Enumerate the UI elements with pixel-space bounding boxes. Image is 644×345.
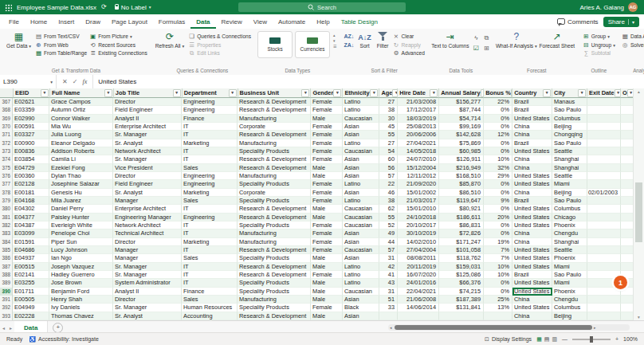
cell[interactable]: Research & Development — [238, 164, 311, 172]
cell[interactable]: 22 — [379, 180, 398, 188]
cell[interactable]: 7% — [484, 254, 512, 262]
cell[interactable]: Mila Juarez — [49, 197, 113, 205]
cell[interactable]: 25/08/2013 — [398, 123, 439, 131]
cell[interactable] — [587, 180, 621, 188]
cell[interactable]: China — [512, 155, 552, 163]
cell[interactable]: Latino — [343, 197, 379, 205]
cell[interactable]: Engineering — [182, 106, 238, 114]
cell[interactable]: Brazil — [512, 139, 552, 147]
cell[interactable]: E00181 — [13, 189, 49, 197]
cell[interactable]: 31 — [379, 288, 398, 296]
sort-descending-button[interactable]: ZA↓ — [344, 42, 355, 48]
data-validation-icon[interactable]: ☑ — [472, 45, 481, 52]
cell[interactable]: Female — [311, 222, 343, 229]
cell[interactable]: $101,058 — [439, 246, 484, 254]
cell[interactable]: E02141 — [13, 271, 49, 279]
cell[interactable]: 27/04/2004 — [398, 246, 439, 254]
cell[interactable]: 54 — [379, 147, 398, 155]
cell[interactable]: 21/03/2017 — [398, 197, 439, 205]
sheet-nav-next-icon[interactable]: ▸ — [7, 325, 14, 331]
cell[interactable]: $86,831 — [439, 222, 484, 229]
cell[interactable]: Marketing — [182, 139, 238, 147]
cell[interactable]: $168,510 — [439, 172, 484, 180]
cell[interactable]: Sr. Analyst — [113, 139, 182, 147]
cell[interactable]: Shanghai — [552, 155, 587, 163]
cell[interactable] — [621, 205, 634, 213]
cell[interactable]: E04168 — [13, 197, 49, 205]
properties-button[interactable]: ☰Properties — [188, 42, 251, 49]
cell[interactable]: Finance — [182, 115, 238, 123]
row-number[interactable]: 386 — [0, 254, 13, 262]
cell[interactable]: Female — [311, 271, 343, 279]
row-number[interactable]: 377 — [0, 180, 13, 188]
vertical-scrollbar-thumb[interactable] — [635, 182, 642, 242]
cell[interactable]: Grace Campos — [49, 98, 113, 106]
cell[interactable]: $142,628 — [439, 131, 484, 139]
row-number[interactable]: 368 — [0, 106, 13, 114]
app-launcher-icon[interactable] — [5, 4, 12, 11]
cell[interactable]: Female — [311, 139, 343, 147]
filter-dropdown-icon[interactable]: ▾ — [578, 89, 586, 97]
cell[interactable] — [587, 222, 621, 229]
cell[interactable]: $125,086 — [439, 271, 484, 279]
cell[interactable]: Corporate — [238, 189, 311, 197]
cell[interactable]: E03099 — [13, 229, 49, 237]
cell[interactable]: Manager — [113, 254, 182, 262]
accessibility-button[interactable]: ♿ Accessibility: Investigate — [29, 336, 99, 343]
cell[interactable]: 33 — [379, 304, 398, 312]
document-title[interactable]: Employee Sample Data.xlsx — [17, 4, 96, 11]
cell[interactable]: China — [512, 131, 552, 139]
tab-view[interactable]: View — [248, 14, 273, 29]
cell[interactable]: Beijing — [552, 123, 587, 131]
filter-dropdown-icon[interactable]: ▾ — [543, 89, 551, 97]
horizontal-scrollbar[interactable]: ◂ ▸ — [388, 324, 630, 331]
cell[interactable]: $126,911 — [439, 155, 484, 163]
cell[interactable] — [621, 147, 634, 155]
cell[interactable]: Female — [311, 123, 343, 131]
queries-connections-button[interactable]: ❏Queries & Connections — [188, 33, 251, 40]
share-button[interactable]: Share ▾ — [603, 17, 639, 27]
cell[interactable]: Dylan Thao — [49, 172, 113, 180]
cell[interactable]: 15/12/2004 — [398, 164, 439, 172]
cell[interactable]: Caucasian — [343, 246, 379, 254]
edit-links-button[interactable]: ⧉Edit Links — [188, 50, 251, 57]
cell[interactable]: E00836 — [13, 147, 49, 155]
cell[interactable]: 14/02/2010 — [398, 238, 439, 246]
tab-review[interactable]: Review — [216, 14, 248, 29]
cell[interactable] — [587, 254, 621, 262]
cell[interactable]: Caucasian — [343, 214, 379, 222]
cell[interactable]: $60,985 — [439, 147, 484, 155]
filter-dropdown-icon[interactable]: ▾ — [229, 89, 237, 97]
cell[interactable]: Female — [311, 246, 343, 254]
cell[interactable]: Male — [311, 254, 343, 262]
cell[interactable]: Everleigh White — [49, 222, 113, 229]
cell[interactable]: 27 — [379, 98, 398, 106]
cell[interactable] — [621, 246, 634, 254]
cell[interactable]: 0% — [484, 147, 512, 155]
column-header-full-name[interactable]: Full Name▾ — [50, 88, 114, 98]
cell[interactable]: Asian — [343, 123, 379, 131]
row-number[interactable]: 387 — [0, 263, 13, 271]
cell[interactable]: Sr. Manager — [113, 304, 182, 312]
row-number[interactable]: 392 — [0, 304, 13, 312]
cell[interactable]: Eleanor Delgado — [49, 139, 113, 147]
cell[interactable]: Sales — [182, 254, 238, 262]
cell[interactable]: Ian Ngo — [49, 254, 113, 262]
cell[interactable]: 12% — [484, 131, 512, 139]
cell[interactable]: Director — [113, 172, 182, 180]
cell[interactable]: Female — [311, 304, 343, 312]
cell[interactable]: 13% — [484, 304, 512, 312]
zoom-level[interactable]: 100% — [623, 336, 638, 342]
cell[interactable]: Penelope Choi — [49, 229, 113, 237]
cell[interactable]: E01591 — [13, 238, 49, 246]
zoom-slider[interactable] — [572, 339, 611, 340]
cell[interactable]: Female — [311, 147, 343, 155]
cell[interactable]: Research & Development — [238, 98, 311, 106]
cell[interactable] — [439, 312, 484, 320]
cell[interactable]: Research & Development — [238, 131, 311, 139]
cell[interactable]: Male — [311, 288, 343, 296]
cell[interactable]: Asian — [343, 155, 379, 163]
cell[interactable]: Henry Shah — [49, 296, 113, 304]
column-header-country[interactable]: Country▾ — [512, 88, 552, 98]
cell[interactable] — [621, 214, 634, 222]
